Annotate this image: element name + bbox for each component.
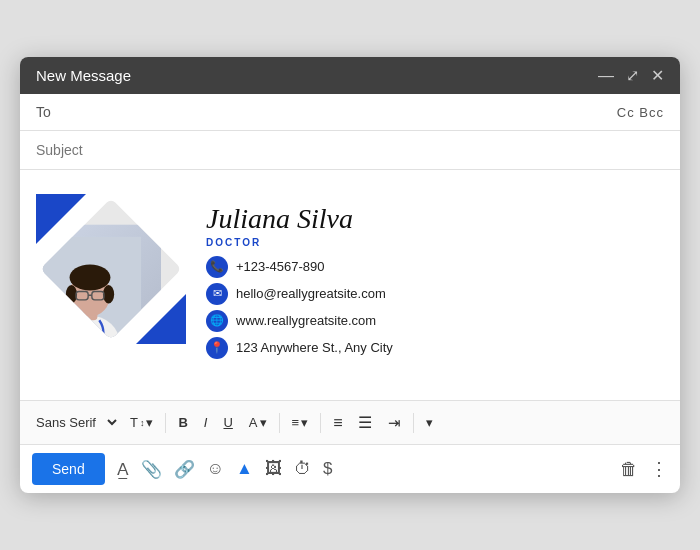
address-icon: 📍: [206, 337, 228, 359]
to-input[interactable]: [96, 104, 617, 120]
font-color-label: A: [249, 415, 258, 430]
indent-button[interactable]: ⇥: [382, 410, 407, 436]
font-color-button[interactable]: A ▾: [243, 411, 273, 434]
close-button[interactable]: ✕: [651, 68, 664, 84]
signature-info: Juliana Silva DOCTOR 📞 +123-4567-890 ✉ h…: [206, 194, 393, 364]
delete-button[interactable]: 🗑: [620, 459, 638, 480]
align-button[interactable]: ≡ ▾: [286, 411, 315, 434]
text-format-icon[interactable]: A̲: [117, 459, 129, 480]
bullet-list-button[interactable]: ☰: [352, 409, 378, 436]
font-family-select[interactable]: Sans Serif Serif Monospace: [32, 414, 120, 431]
website-row: 🌐 www.reallygreatsite.com: [206, 310, 393, 332]
more-options-button[interactable]: ⋮: [650, 458, 668, 480]
phone-row: 📞 +123-4567-890: [206, 256, 393, 278]
bottom-toolbar: Send A̲ 📎 🔗 ☺ ▲ 🖼 ⏱ $ 🗑 ⋮: [20, 445, 680, 493]
svg-point-10: [88, 324, 92, 328]
format-size-button[interactable]: T↕ ▾: [124, 411, 159, 434]
phone-icon: 📞: [206, 256, 228, 278]
phone-text: +123-4567-890: [236, 259, 325, 274]
subject-row: [20, 131, 680, 170]
align-icon: ≡: [292, 415, 300, 430]
address-text: 123 Anywhere St., Any City: [236, 340, 393, 355]
italic-button[interactable]: I: [198, 411, 214, 434]
signature-name: Juliana Silva: [206, 204, 393, 235]
email-text: hello@reallygreatsite.com: [236, 286, 386, 301]
website-text: www.reallygreatsite.com: [236, 313, 376, 328]
svg-point-11: [88, 331, 92, 335]
photo-container: [36, 194, 186, 344]
formatting-toolbar: Sans Serif Serif Monospace T↕ ▾ B I U A …: [20, 400, 680, 445]
format-size-arrow: ↕: [140, 418, 145, 428]
website-icon: 🌐: [206, 310, 228, 332]
signature-card: Juliana Silva DOCTOR 📞 +123-4567-890 ✉ h…: [36, 186, 664, 372]
email-icon: ✉: [206, 283, 228, 305]
to-row: To Cc Bcc: [20, 94, 680, 131]
svg-point-5: [66, 285, 77, 304]
bold-button[interactable]: B: [172, 411, 193, 434]
to-label: To: [36, 104, 96, 120]
maximize-button[interactable]: ⤢: [626, 68, 639, 84]
minimize-button[interactable]: —: [598, 68, 614, 84]
divider-2: [279, 413, 280, 433]
more-format-button[interactable]: ▾: [420, 411, 439, 434]
dollar-icon[interactable]: $: [323, 459, 332, 479]
drive-icon[interactable]: ▲: [236, 459, 253, 479]
attach-icon[interactable]: 📎: [141, 459, 162, 480]
doctor-image: [40, 237, 145, 340]
signature-title: DOCTOR: [206, 237, 393, 248]
link-icon[interactable]: 🔗: [174, 459, 195, 480]
emoji-icon[interactable]: ☺: [207, 459, 224, 479]
divider-4: [413, 413, 414, 433]
numbered-list-button[interactable]: ≡: [327, 410, 348, 436]
title-bar: New Message — ⤢ ✕: [20, 57, 680, 94]
photo-inner: [40, 225, 161, 340]
subject-input[interactable]: [36, 142, 664, 158]
send-button[interactable]: Send: [32, 453, 105, 485]
address-row: 📍 123 Anywhere St., Any City: [206, 337, 393, 359]
window-title: New Message: [36, 67, 131, 84]
svg-point-6: [103, 285, 114, 304]
more-apps-icon[interactable]: ⏱: [294, 459, 311, 479]
format-size-chevron: ▾: [146, 415, 153, 430]
email-row: ✉ hello@reallygreatsite.com: [206, 283, 393, 305]
cc-bcc-button[interactable]: Cc Bcc: [617, 105, 664, 120]
window-controls: — ⤢ ✕: [598, 68, 664, 84]
divider-1: [165, 413, 166, 433]
font-color-chevron: ▾: [260, 415, 267, 430]
format-size-icon: T: [130, 415, 138, 430]
profile-photo-diamond: [40, 198, 181, 339]
divider-3: [320, 413, 321, 433]
svg-point-4: [70, 265, 111, 291]
photo-icon[interactable]: 🖼: [265, 459, 282, 479]
align-chevron: ▾: [301, 415, 308, 430]
body-area[interactable]: Juliana Silva DOCTOR 📞 +123-4567-890 ✉ h…: [20, 170, 680, 400]
email-compose-window: New Message — ⤢ ✕ To Cc Bcc: [20, 57, 680, 493]
underline-button[interactable]: U: [217, 411, 238, 434]
